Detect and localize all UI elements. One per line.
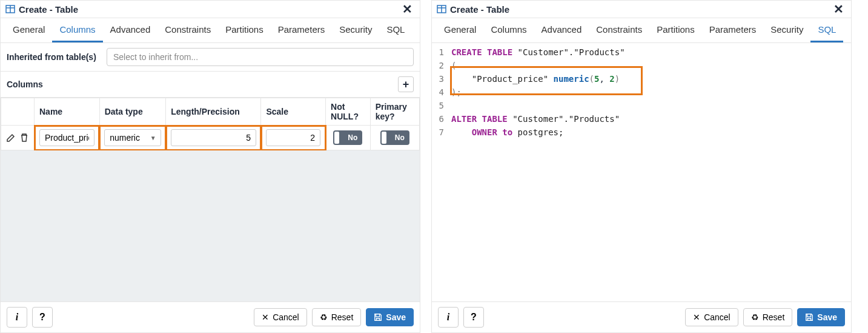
- column-scale-input[interactable]: [266, 129, 320, 146]
- header-datatype: Data type: [99, 98, 166, 126]
- dialog-footer: i ? ✕ Cancel ♻ Reset Save: [432, 301, 851, 332]
- columns-section-header: Columns +: [1, 72, 420, 98]
- primary-key-toggle-label: No: [395, 133, 405, 142]
- save-button[interactable]: Save: [366, 308, 414, 326]
- title-bar: Create - Table ✕: [432, 1, 851, 18]
- reset-button[interactable]: ♻ Reset: [312, 308, 362, 326]
- tab-general[interactable]: General: [5, 18, 52, 42]
- dialog-title: Create - Table: [450, 4, 509, 15]
- tab-advanced[interactable]: Advanced: [103, 18, 158, 42]
- edit-row-icon[interactable]: [6, 133, 16, 143]
- empty-area: [1, 150, 420, 301]
- tab-constraints[interactable]: Constraints: [157, 18, 218, 42]
- help-button[interactable]: ?: [463, 307, 484, 328]
- tabs: General Columns Advanced Constraints Par…: [1, 18, 420, 43]
- columns-heading-label: Columns: [7, 79, 43, 89]
- tab-partitions[interactable]: Partitions: [649, 18, 702, 42]
- save-button[interactable]: Save: [797, 308, 845, 326]
- tab-sql[interactable]: SQL: [379, 18, 412, 42]
- inherit-row: Inherited from table(s) Select to inheri…: [1, 43, 420, 72]
- save-icon: [805, 313, 813, 321]
- not-null-toggle[interactable]: No: [333, 130, 362, 145]
- recycle-icon: ♻: [751, 312, 759, 322]
- tabs: General Columns Advanced Constraints Par…: [432, 18, 851, 43]
- create-table-dialog-sql: Create - Table ✕ General Columns Advance…: [431, 0, 852, 333]
- sql-editor[interactable]: 1CREATE TABLE "Customer"."Products" 2( 3…: [432, 43, 851, 301]
- inherit-select[interactable]: Select to inherit from...: [107, 48, 414, 66]
- info-button[interactable]: i: [438, 307, 459, 328]
- tab-parameters[interactable]: Parameters: [702, 18, 764, 42]
- column-datatype-select[interactable]: [104, 129, 161, 146]
- tab-partitions[interactable]: Partitions: [218, 18, 271, 42]
- add-column-button[interactable]: +: [398, 76, 414, 92]
- close-icon: ✕: [262, 312, 269, 322]
- not-null-toggle-label: No: [348, 133, 357, 142]
- header-not-null: Not NULL?: [326, 98, 371, 126]
- table-icon: [437, 4, 446, 14]
- create-table-dialog-columns: Create - Table ✕ General Columns Advance…: [0, 0, 420, 333]
- close-icon[interactable]: ✕: [831, 3, 846, 15]
- help-button[interactable]: ?: [32, 307, 53, 328]
- dialog-footer: i ? ✕ Cancel ♻ Reset Save: [1, 301, 420, 332]
- table-row: ▼ No N: [1, 126, 420, 150]
- tab-security[interactable]: Security: [332, 18, 379, 42]
- cancel-button[interactable]: ✕ Cancel: [685, 308, 738, 326]
- columns-table: Name Data type Length/Precision Scale No…: [1, 98, 420, 150]
- table-icon: [5, 4, 15, 14]
- column-name-input[interactable]: [39, 129, 94, 146]
- delete-row-icon[interactable]: [19, 133, 29, 143]
- header-length: Length/Precision: [166, 98, 261, 126]
- inherit-label: Inherited from table(s): [7, 52, 107, 62]
- tab-constraints[interactable]: Constraints: [589, 18, 649, 42]
- tab-columns[interactable]: Columns: [483, 18, 534, 42]
- tab-sql[interactable]: SQL: [810, 18, 843, 42]
- save-icon: [374, 313, 382, 321]
- header-scale: Scale: [261, 98, 326, 126]
- title-bar: Create - Table ✕: [1, 1, 420, 18]
- header-primary-key: Primary key?: [370, 98, 419, 126]
- header-actions: [1, 98, 35, 126]
- tab-advanced[interactable]: Advanced: [534, 18, 589, 42]
- tab-columns[interactable]: Columns: [52, 18, 102, 42]
- reset-button[interactable]: ♻ Reset: [743, 308, 793, 326]
- tab-security[interactable]: Security: [763, 18, 810, 42]
- close-icon[interactable]: ✕: [400, 3, 415, 15]
- inherit-placeholder: Select to inherit from...: [113, 52, 198, 62]
- primary-key-toggle[interactable]: No: [380, 130, 409, 145]
- tab-general[interactable]: General: [437, 18, 483, 42]
- recycle-icon: ♻: [320, 312, 328, 322]
- tab-parameters[interactable]: Parameters: [271, 18, 333, 42]
- close-icon: ✕: [693, 312, 700, 322]
- column-length-input[interactable]: [171, 129, 256, 146]
- cancel-button[interactable]: ✕ Cancel: [254, 308, 307, 326]
- info-button[interactable]: i: [7, 307, 27, 328]
- header-name: Name: [35, 98, 100, 126]
- dialog-title: Create - Table: [19, 4, 78, 15]
